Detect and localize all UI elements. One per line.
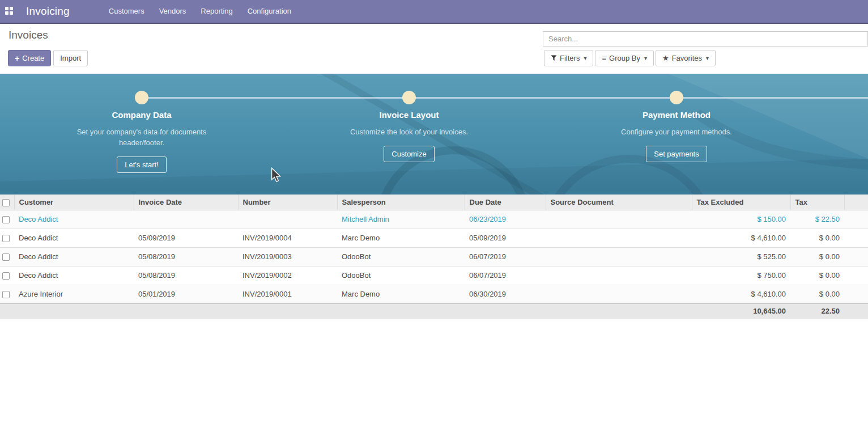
page-title: Invoices: [8, 29, 48, 41]
cell-tax-excluded[interactable]: $ 150.00: [692, 210, 790, 229]
column-header-spacer: [844, 195, 868, 210]
step-dot-invoice-layout: [402, 91, 416, 104]
column-header-tax-excluded[interactable]: Tax Excluded: [692, 195, 790, 210]
invoice-table-body: Deco Addict Mitchell Admin 06/23/2019 $ …: [0, 210, 868, 303]
filters-button[interactable]: Filters ▾: [544, 50, 593, 66]
group-by-button[interactable]: ≡ Group By ▾: [595, 50, 654, 66]
nav-item-customers[interactable]: Customers: [101, 0, 152, 23]
cell-due-date[interactable]: 05/09/2019: [465, 229, 546, 247]
nav-item-reporting[interactable]: Reporting: [193, 0, 240, 23]
cell-source-document[interactable]: [546, 285, 692, 303]
select-all-checkbox[interactable]: [2, 199, 10, 206]
cell-source-document[interactable]: [546, 229, 692, 247]
apps-grid-icon[interactable]: [5, 7, 14, 16]
onboarding-banner: Company Data Set your company's data for…: [0, 74, 868, 195]
cell-tax[interactable]: $ 0.00: [790, 285, 844, 303]
onboarding-step-company-data: Company Data Set your company's data for…: [57, 110, 227, 173]
cell-invoice-date[interactable]: 05/08/2019: [134, 247, 238, 266]
cell-salesperson[interactable]: Mitchell Admin: [337, 210, 465, 229]
onboarding-step-payment-method: Payment Method Configure your payment me…: [592, 110, 761, 162]
cell-due-date[interactable]: 06/30/2019: [465, 285, 546, 303]
cell-due-date[interactable]: 06/23/2019: [465, 210, 546, 229]
search-options: Filters ▾ ≡ Group By ▾ ★ Favorites ▾: [544, 50, 716, 66]
cell-spacer: [844, 266, 868, 285]
cell-tax[interactable]: $ 0.00: [790, 229, 844, 247]
cell-number[interactable]: INV/2019/0004: [238, 229, 337, 247]
column-header-tax[interactable]: Tax: [790, 195, 844, 210]
cell-customer[interactable]: Deco Addict: [14, 210, 134, 229]
cell-spacer: [844, 210, 868, 229]
column-header-due-date[interactable]: Due Date: [465, 195, 546, 210]
filter-funnel-icon: [551, 55, 557, 61]
import-button[interactable]: Import: [53, 50, 88, 66]
cell-tax-excluded[interactable]: $ 4,610.00: [692, 229, 790, 247]
table-row[interactable]: Azure Interior 05/01/2019 INV/2019/0001 …: [0, 285, 868, 303]
table-header-row: Customer Invoice Date Number Salesperson…: [0, 195, 868, 210]
group-by-bars-icon: ≡: [602, 54, 606, 62]
column-header-invoice-date[interactable]: Invoice Date: [134, 195, 238, 210]
lets-start-button[interactable]: Let's start!: [117, 157, 167, 173]
row-checkbox[interactable]: [2, 272, 10, 280]
cell-spacer: [844, 247, 868, 266]
table-row[interactable]: Deco Addict 05/08/2019 INV/2019/0003 Odo…: [0, 247, 868, 266]
cell-salesperson[interactable]: Marc Demo: [337, 229, 465, 247]
cell-invoice-date[interactable]: 05/08/2019: [134, 266, 238, 285]
cell-number[interactable]: INV/2019/0001: [238, 285, 337, 303]
column-header-salesperson[interactable]: Salesperson: [337, 195, 465, 210]
total-tax-excluded: 10,645.00: [692, 303, 790, 319]
onboarding-progress-line: [142, 97, 868, 99]
cell-customer[interactable]: Azure Interior: [14, 285, 134, 303]
cell-salesperson[interactable]: Marc Demo: [337, 285, 465, 303]
nav-item-configuration[interactable]: Configuration: [240, 0, 299, 23]
column-header-source-document[interactable]: Source Document: [546, 195, 692, 210]
cell-due-date[interactable]: 06/07/2019: [465, 266, 546, 285]
cell-spacer: [844, 229, 868, 247]
cell-number[interactable]: INV/2019/0002: [238, 266, 337, 285]
cell-tax[interactable]: $ 0.00: [790, 247, 844, 266]
cell-customer[interactable]: Deco Addict: [14, 247, 134, 266]
nav-item-vendors[interactable]: Vendors: [152, 0, 194, 23]
cell-invoice-date[interactable]: 05/01/2019: [134, 285, 238, 303]
cell-number[interactable]: INV/2019/0003: [238, 247, 337, 266]
chevron-down-icon: ▾: [584, 55, 586, 61]
step-description: Configure your payment methods.: [611, 126, 742, 137]
search-input[interactable]: [543, 31, 868, 46]
set-payments-button[interactable]: Set payments: [646, 146, 707, 162]
row-checkbox[interactable]: [2, 216, 10, 223]
row-checkbox[interactable]: [2, 291, 10, 298]
cell-customer[interactable]: Deco Addict: [14, 266, 134, 285]
step-title: Payment Method: [592, 110, 761, 120]
cell-tax[interactable]: $ 22.50: [790, 210, 844, 229]
column-header-number[interactable]: Number: [238, 195, 337, 210]
row-checkbox[interactable]: [2, 253, 10, 261]
table-row[interactable]: Deco Addict 05/09/2019 INV/2019/0004 Mar…: [0, 229, 868, 247]
cell-tax[interactable]: $ 0.00: [790, 266, 844, 285]
cell-source-document[interactable]: [546, 210, 692, 229]
cell-customer[interactable]: Deco Addict: [14, 229, 134, 247]
cell-source-document[interactable]: [546, 247, 692, 266]
customize-button[interactable]: Customize: [384, 146, 434, 162]
app-title[interactable]: Invoicing: [26, 5, 70, 18]
action-buttons: + Create Import: [8, 50, 88, 66]
create-button[interactable]: + Create: [8, 50, 51, 66]
create-button-label: Create: [22, 54, 44, 62]
cell-due-date[interactable]: 06/07/2019: [465, 247, 546, 266]
step-dot-payment-method: [670, 91, 683, 104]
cell-salesperson[interactable]: OdooBot: [337, 247, 465, 266]
column-header-customer[interactable]: Customer: [14, 195, 134, 210]
cell-source-document[interactable]: [546, 266, 692, 285]
invoice-list-table: Customer Invoice Date Number Salesperson…: [0, 195, 868, 319]
cell-invoice-date[interactable]: 05/09/2019: [134, 229, 238, 247]
table-row[interactable]: Deco Addict Mitchell Admin 06/23/2019 $ …: [0, 210, 868, 229]
favorites-button[interactable]: ★ Favorites ▾: [656, 50, 716, 66]
row-checkbox[interactable]: [2, 235, 10, 242]
step-description: Customize the look of your invoices.: [343, 126, 475, 137]
cell-salesperson[interactable]: OdooBot: [337, 266, 465, 285]
table-row[interactable]: Deco Addict 05/08/2019 INV/2019/0002 Odo…: [0, 266, 868, 285]
cell-invoice-date[interactable]: [134, 210, 238, 229]
cell-tax-excluded[interactable]: $ 4,610.00: [692, 285, 790, 303]
cell-tax-excluded[interactable]: $ 750.00: [692, 266, 790, 285]
cell-tax-excluded[interactable]: $ 525.00: [692, 247, 790, 266]
step-description: Set your company's data for documents he…: [76, 126, 207, 148]
cell-number[interactable]: [238, 210, 337, 229]
